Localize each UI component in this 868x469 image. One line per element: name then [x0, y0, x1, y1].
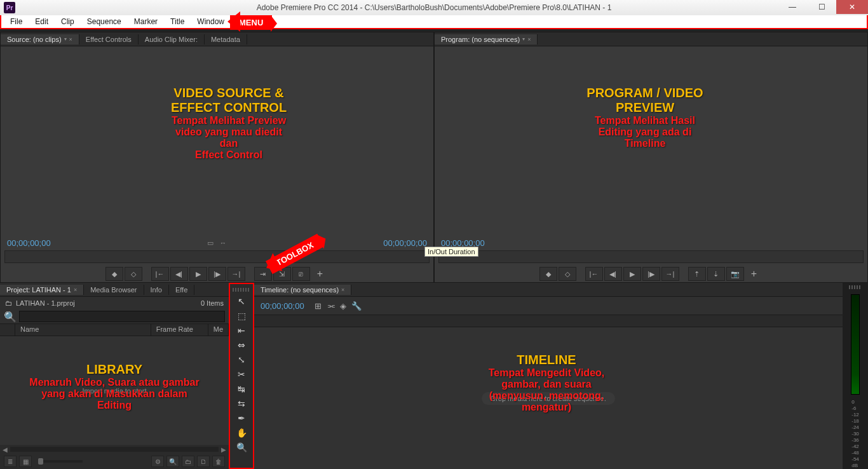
settings-icon[interactable]: 🔧 — [351, 301, 362, 311]
tab-source-0[interactable]: Source: (no clips)▾× — [1, 34, 79, 44]
prg-camera-button[interactable]: 📷 — [726, 267, 744, 281]
list-view-button[interactable]: ≣ — [4, 456, 17, 467]
tooltip-in-out-duration: In/Out Duration — [424, 247, 478, 257]
timeline-ruler[interactable] — [254, 315, 843, 327]
project-hscroll[interactable] — [10, 447, 219, 452]
tab-timeline[interactable]: Timeline: (no sequences)× — [254, 285, 351, 295]
project-col-3[interactable]: Me — [208, 324, 229, 336]
hscroll-right-icon[interactable]: ▶ — [221, 446, 226, 453]
menu-sequence[interactable]: Sequence — [81, 16, 128, 27]
link-icon[interactable]: ⫘ — [327, 301, 335, 311]
program-scrub-bar[interactable] — [438, 250, 864, 263]
clear-button[interactable]: 🗑 — [212, 456, 225, 467]
minimize-button[interactable]: — — [778, 0, 807, 14]
slide-tool[interactable]: ⇆ — [234, 397, 249, 410]
meter-label: -54 — [851, 456, 859, 462]
track-select-tool[interactable]: ⬚ — [234, 309, 249, 322]
hand-tool[interactable]: ✋ — [234, 426, 249, 439]
tab-project-0[interactable]: Media Browser — [84, 285, 144, 295]
tab-source-2[interactable]: Audio Clip Mixer: — [139, 34, 205, 44]
tab-project[interactable]: Project: LATIHAN - 1× — [0, 285, 84, 295]
project-col-0[interactable] — [0, 324, 15, 336]
play-button[interactable]: ▶ — [189, 267, 207, 281]
meter-grip[interactable] — [849, 285, 862, 289]
meter-label: dB — [851, 463, 859, 468]
meter-label: -36 — [851, 437, 859, 443]
prg-lift-button[interactable]: ⇡ — [688, 267, 706, 281]
rate-stretch-tool[interactable]: ⤡ — [234, 353, 249, 366]
source-scrub-bar[interactable] — [4, 250, 430, 263]
prg-step-fwd-button[interactable]: |▶ — [642, 267, 660, 281]
timeline-tracks[interactable]: Drop media here to create sequence. — [254, 327, 843, 469]
menu-title[interactable]: Title — [164, 16, 191, 27]
tab-source-3[interactable]: Metadata — [205, 34, 247, 44]
meter-label: 0 — [851, 399, 859, 405]
automate-button[interactable]: ⚙ — [151, 456, 164, 467]
rolling-edit-tool[interactable]: ⇔ — [234, 339, 249, 351]
toolbox-grip[interactable] — [233, 288, 250, 292]
tab-project-1[interactable]: Info — [144, 285, 169, 295]
program-monitor — [435, 46, 867, 238]
step-fwd-button[interactable]: |▶ — [208, 267, 226, 281]
snap-icon[interactable]: ⊞ — [315, 301, 322, 311]
menu-marker[interactable]: Marker — [128, 16, 164, 27]
timeline-empty-hint: Drop media here to create sequence. — [482, 392, 615, 405]
step-back-button[interactable]: ◀| — [170, 267, 188, 281]
new-bin-button[interactable]: 🗀 — [182, 456, 194, 467]
insert-button[interactable]: ⇥ — [254, 267, 272, 281]
menu-window[interactable]: Window — [191, 16, 231, 27]
add-button[interactable]: + — [311, 267, 329, 281]
prg-add-button[interactable]: + — [745, 267, 763, 281]
folder-icon: 🗀 — [5, 299, 12, 307]
prg-step-back-button[interactable]: ◀| — [604, 267, 622, 281]
hscroll-left-icon[interactable]: ◀ — [3, 446, 8, 453]
meter-label: -42 — [851, 444, 859, 449]
new-item-button[interactable]: 🗋 — [197, 456, 210, 467]
icon-view-button[interactable]: ▦ — [19, 456, 32, 467]
overwrite-button[interactable]: ⇲ — [273, 267, 291, 281]
search-icon: 🔍 — [4, 311, 17, 323]
tab-program[interactable]: Program: (no sequences)▾× — [435, 34, 538, 44]
prg-mark-in-button[interactable]: ◆ — [539, 267, 557, 281]
prg-extract-button[interactable]: ⇣ — [707, 267, 725, 281]
menu-file[interactable]: File — [4, 16, 29, 27]
mark-in-button[interactable]: ◆ — [105, 267, 123, 281]
prg-go-in-button[interactable]: |← — [585, 267, 603, 281]
project-bin[interactable]: Import media to start — [0, 336, 229, 445]
zoom-tool[interactable]: 🔍 — [234, 441, 249, 454]
mark-out-button[interactable]: ◇ — [125, 267, 142, 281]
marker-icon[interactable]: ◈ — [340, 301, 346, 311]
razor-tool[interactable]: ✂ — [234, 368, 249, 381]
source-monitor — [1, 46, 433, 238]
meter-label: -6 — [851, 405, 859, 411]
title-bar: Pr Adobe Premiere Pro CC 2014 - C:\Users… — [0, 0, 868, 15]
close-button[interactable]: ✕ — [836, 0, 868, 14]
prg-play-button[interactable]: ▶ — [623, 267, 641, 281]
tab-source-1[interactable]: Effect Controls — [79, 34, 139, 44]
go-out-button[interactable]: →| — [227, 267, 245, 281]
project-col-1[interactable]: Name — [15, 324, 151, 336]
tab-project-2[interactable]: Effe — [169, 285, 194, 295]
meter-label: -30 — [851, 431, 859, 437]
menu-edit[interactable]: Edit — [29, 16, 55, 27]
prg-go-out-button[interactable]: →| — [661, 267, 679, 281]
slip-tool[interactable]: ↹ — [234, 383, 249, 395]
menu-help[interactable]: Help — [231, 16, 259, 27]
source-tc-in: 00;00;00;00 — [7, 238, 51, 248]
pen-tool[interactable]: ✒ — [234, 412, 249, 425]
program-panel: Program: (no sequences)▾× 00;00;00;00 ◆ … — [434, 32, 868, 283]
maximize-button[interactable]: ☐ — [807, 0, 836, 14]
find-button[interactable]: 🔍 — [166, 456, 179, 467]
project-search-input[interactable] — [19, 311, 225, 322]
selection-tool[interactable]: ↖ — [234, 295, 249, 308]
export-frame-button[interactable]: ⎚ — [292, 267, 310, 281]
source-transport: ◆ ◇ |← ◀| ▶ |▶ →| ⇥ ⇲ ⎚ + — [1, 266, 433, 282]
project-col-2[interactable]: Frame Rate — [151, 324, 208, 336]
menu-clip[interactable]: Clip — [55, 16, 81, 27]
go-in-button[interactable]: |← — [151, 267, 169, 281]
thumb-size-slider[interactable] — [38, 460, 83, 463]
prg-mark-out-button[interactable]: ◇ — [559, 267, 576, 281]
project-filename: LATIHAN - 1.prproj — [16, 299, 75, 307]
ripple-edit-tool[interactable]: ⇤ — [234, 324, 249, 337]
audio-meter — [851, 294, 860, 395]
